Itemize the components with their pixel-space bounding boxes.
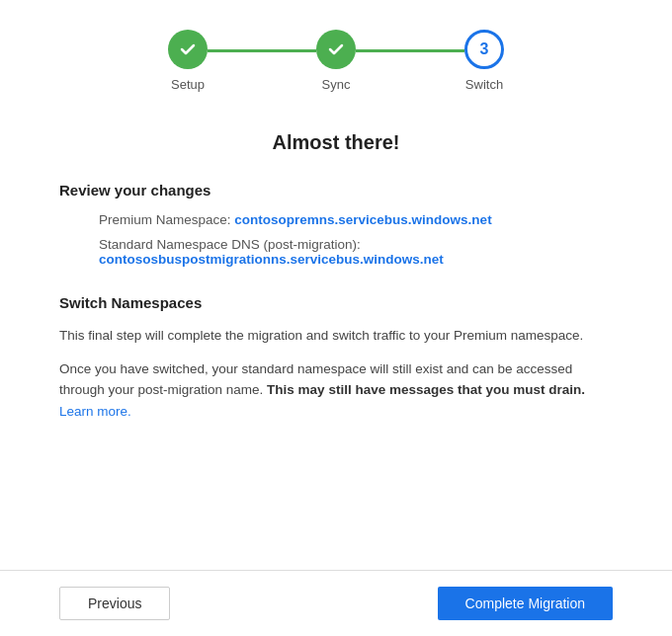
dns-label: Standard Namespace DNS (post-migration): xyxy=(99,237,361,252)
step-connector-1 xyxy=(208,49,316,52)
check-icon-setup xyxy=(178,40,198,59)
step-label-switch: Switch xyxy=(465,77,503,92)
switch-para2: Once you have switched, your standard na… xyxy=(59,358,613,423)
step-label-sync: Sync xyxy=(322,77,351,92)
learn-more-link[interactable]: Learn more. xyxy=(59,404,131,419)
step-sync: Sync xyxy=(316,30,356,92)
check-icon-sync xyxy=(326,40,346,59)
switch-para1: This final step will complete the migrat… xyxy=(59,325,613,347)
step-circle-setup xyxy=(168,30,208,69)
step-label-setup: Setup xyxy=(171,77,205,92)
review-heading: Review your changes xyxy=(59,182,613,199)
step-switch: 3 Switch xyxy=(464,30,504,92)
step-circle-switch: 3 xyxy=(464,30,504,69)
step-circle-sync xyxy=(316,30,356,69)
footer: Previous Complete Migration xyxy=(0,570,672,636)
premium-label: Premium Namespace: xyxy=(99,212,231,227)
dns-value: contososbuspostmigrationns.servicebus.wi… xyxy=(99,252,613,267)
switch-section: Switch Namespaces This final step will c… xyxy=(59,294,613,422)
stepper: Setup Sync 3 Switch xyxy=(59,30,613,92)
step-setup: Setup xyxy=(168,30,208,92)
main-content: Setup Sync 3 Switch xyxy=(0,0,672,570)
switch-para2-bold: This may still have messages that you mu… xyxy=(263,382,585,397)
complete-migration-button[interactable]: Complete Migration xyxy=(438,587,613,620)
dns-namespace-row: Standard Namespace DNS (post-migration):… xyxy=(59,237,613,267)
premium-value: contosopremns.servicebus.windows.net xyxy=(234,212,491,227)
page-wrapper: Setup Sync 3 Switch xyxy=(0,0,672,636)
switch-heading: Switch Namespaces xyxy=(59,294,613,311)
step-connector-2 xyxy=(356,49,464,52)
page-title: Almost there! xyxy=(59,131,613,154)
review-section: Review your changes Premium Namespace: c… xyxy=(59,182,613,267)
previous-button[interactable]: Previous xyxy=(59,587,170,620)
premium-namespace-row: Premium Namespace: contosopremns.service… xyxy=(59,212,613,227)
